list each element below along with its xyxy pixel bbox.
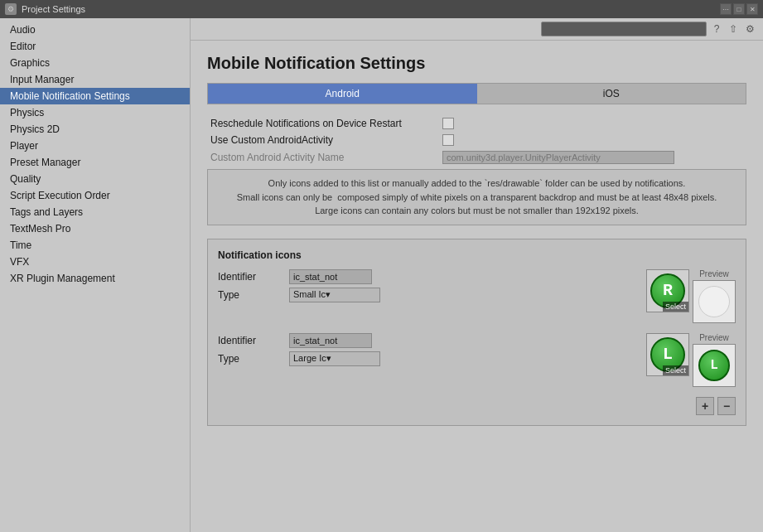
sidebar: Audio Editor Graphics Input Manager Mobi… — [0, 18, 191, 532]
icon-row-2-fields: Identifier Type Large Ic▾ — [218, 333, 640, 366]
preview-box-2: L — [693, 344, 736, 387]
sidebar-item-input-manager[interactable]: Input Manager — [0, 71, 190, 88]
sidebar-item-mobile-notification[interactable]: Mobile Notification Settings — [0, 88, 190, 104]
sidebar-item-textmesh-pro[interactable]: TextMesh Pro — [0, 220, 190, 237]
identifier-row-1: Identifier — [218, 269, 640, 284]
page-title: Mobile Notification Settings — [207, 54, 746, 73]
notification-panel-title: Notification icons — [218, 249, 736, 261]
preview-white-circle-1 — [698, 286, 730, 317]
icon-preview-group-2: L Select — [646, 333, 689, 376]
tab-ios[interactable]: iOS — [477, 84, 746, 104]
notification-icon-row-2: Identifier Type Large Ic▾ — [218, 333, 736, 387]
custom-activity-row: Use Custom AndroidActivity — [207, 134, 746, 146]
activity-name-row: Custom Android Activity Name — [207, 151, 746, 164]
sidebar-item-physics2d[interactable]: Physics 2D — [0, 121, 190, 138]
type-value-2: Large Ic▾ — [293, 353, 331, 364]
main-layout: Audio Editor Graphics Input Manager Mobi… — [0, 18, 763, 532]
settings-icon-btn[interactable]: ⚙ — [743, 22, 756, 36]
sidebar-item-quality[interactable]: Quality — [0, 171, 190, 187]
content-area: ? ⇧ ⚙ Mobile Notification Settings Andro… — [191, 18, 763, 532]
identifier-input-2[interactable] — [289, 333, 372, 348]
reschedule-row: Reschedule Notifications on Device Resta… — [207, 118, 746, 129]
info-text: Only icons added to this list or manuall… — [237, 178, 717, 215]
settings-content: Mobile Notification Settings Android iOS… — [191, 41, 763, 532]
sidebar-item-xr-plugin[interactable]: XR Plugin Management — [0, 270, 190, 287]
preview-group-2: Preview L — [693, 333, 736, 387]
title-bar-text: Project Settings — [22, 4, 715, 14]
reschedule-checkbox[interactable] — [442, 118, 454, 129]
type-label-1: Type — [218, 289, 284, 301]
type-row-2: Type Large Ic▾ — [218, 351, 640, 366]
sidebar-item-audio[interactable]: Audio — [0, 22, 190, 38]
green-icon-l-preview: L — [698, 350, 730, 381]
layout-icon-btn[interactable]: ⇧ — [727, 22, 740, 36]
sidebar-item-physics[interactable]: Physics — [0, 104, 190, 121]
sidebar-item-script-execution[interactable]: Script Execution Order — [0, 187, 190, 204]
activity-name-input[interactable] — [442, 151, 674, 164]
content-header: ? ⇧ ⚙ — [191, 18, 763, 41]
preview-box-1 — [693, 280, 736, 323]
identifier-label-1: Identifier — [218, 271, 284, 283]
sidebar-item-player[interactable]: Player — [0, 138, 190, 154]
icon-preview-box-2: L Select — [646, 333, 689, 376]
tab-bar: Android iOS — [207, 83, 746, 104]
icon-preview-box-1: R Select — [646, 269, 689, 312]
tab-android[interactable]: Android — [208, 84, 477, 104]
icon-row-1-fields: Identifier Type Small Ic▾ — [218, 269, 640, 302]
identifier-label-2: Identifier — [218, 335, 284, 346]
identifier-row-2: Identifier — [218, 333, 640, 348]
sidebar-item-editor[interactable]: Editor — [0, 38, 190, 55]
maximize-btn[interactable]: □ — [733, 3, 745, 15]
custom-activity-checkbox[interactable] — [442, 134, 454, 146]
type-row-1: Type Small Ic▾ — [218, 288, 640, 302]
custom-activity-label: Use Custom AndroidActivity — [210, 134, 442, 146]
preview-group-1: Preview — [693, 269, 736, 323]
menu-btn[interactable]: ⋯ — [720, 3, 732, 15]
sidebar-item-vfx[interactable]: VFX — [0, 254, 190, 270]
icon-preview-group-1: R Select — [646, 269, 689, 312]
notification-panel: Notification icons Identifier Type Small… — [207, 239, 746, 426]
select-btn-1[interactable]: Select — [663, 302, 688, 312]
reschedule-label: Reschedule Notifications on Device Resta… — [210, 118, 442, 129]
search-input[interactable] — [541, 22, 707, 36]
sidebar-item-tags-layers[interactable]: Tags and Layers — [0, 204, 190, 220]
select-btn-2[interactable]: Select — [663, 365, 688, 375]
info-box: Only icons added to this list or manuall… — [207, 169, 746, 225]
type-label-2: Type — [218, 353, 284, 365]
type-dropdown-2[interactable]: Large Ic▾ — [289, 351, 380, 366]
preview-label-1: Preview — [699, 269, 729, 278]
type-dropdown-1[interactable]: Small Ic▾ — [289, 288, 380, 302]
sidebar-item-time[interactable]: Time — [0, 237, 190, 254]
close-btn[interactable]: ✕ — [746, 3, 758, 15]
sidebar-item-preset-manager[interactable]: Preset Manager — [0, 154, 190, 171]
sidebar-item-graphics[interactable]: Graphics — [0, 55, 190, 71]
preview-label-2: Preview — [699, 333, 729, 342]
remove-icon-btn[interactable]: − — [717, 397, 736, 415]
title-bar-controls: ⋯ □ ✕ — [720, 3, 758, 15]
activity-name-label: Custom Android Activity Name — [210, 152, 442, 163]
type-value-1: Small Ic▾ — [293, 289, 331, 300]
title-bar: ⚙ Project Settings ⋯ □ ✕ — [0, 0, 763, 18]
add-remove-row: + − — [218, 397, 736, 415]
help-icon-btn[interactable]: ? — [710, 22, 723, 36]
notification-icon-row-1: Identifier Type Small Ic▾ — [218, 269, 736, 323]
identifier-input-1[interactable] — [289, 269, 372, 284]
add-icon-btn[interactable]: + — [696, 397, 714, 415]
app-icon: ⚙ — [5, 3, 17, 15]
